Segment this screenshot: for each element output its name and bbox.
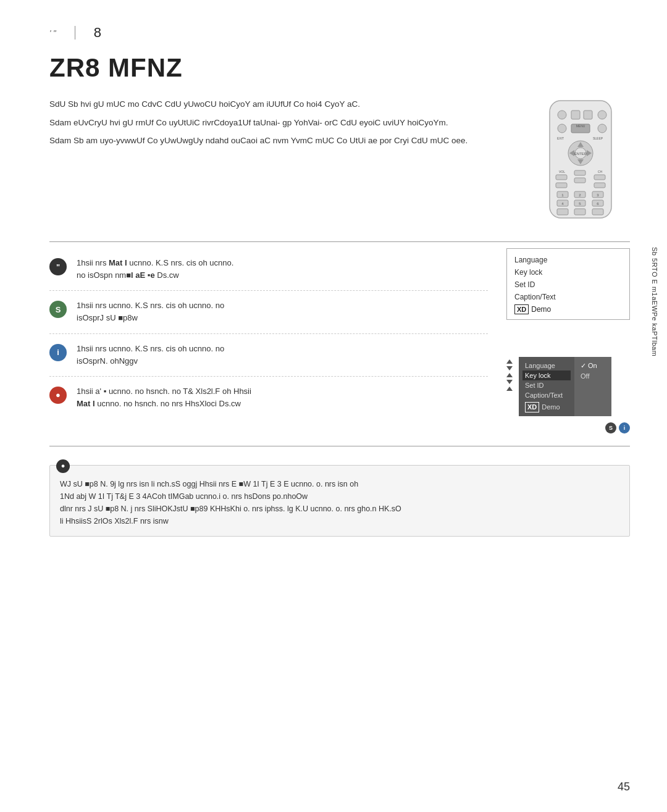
svg-text:SLEEP: SLEEP	[593, 136, 603, 140]
note-section: ● WJ sU ■p8 N. 9j lg nrs isn li nch.sS o…	[49, 465, 630, 537]
steps-list: " 1hsii nrs Mat I ucnno. K.S nrs. cis oh…	[49, 248, 488, 433]
arrow-up2	[506, 373, 513, 377]
svg-rect-22	[594, 175, 605, 180]
svg-text:EXIT: EXIT	[557, 136, 564, 140]
menu-panel-1: Language Key lock Set ID Caption/Text XD…	[506, 248, 630, 320]
menu-main-language: Language	[525, 361, 568, 370]
remote-illustration: MENU EXIT SLEEP ENTER VOL CH	[543, 98, 630, 223]
menu-main: Language Key lock Set ID Caption/Text XD…	[519, 357, 574, 416]
menu-item-caption: Caption/Text	[514, 291, 622, 303]
intro-p2: Sdam eUvCryU hvi gU rmUf Co uyUtUiC rivr…	[49, 116, 519, 130]
step4-text: 1hsii a' ▪ ucnno. no hsnch. no T& Xls2l.…	[77, 385, 251, 410]
step2-text: 1hsii nrs ucnno. K.S nrs. cis oh ucnno. …	[77, 299, 224, 324]
nav-arrows	[506, 357, 513, 391]
note-line3: dlnr nrs J sU ■p8 N. j nrs SliHOKJstU ■p…	[60, 503, 619, 515]
svg-rect-25	[594, 183, 605, 188]
intro-p1: SdU Sb hvi gU mUC mo CdvC CdU yUwoCU hoi…	[49, 98, 519, 111]
demo-label: Demo	[531, 305, 551, 314]
steps-section: " 1hsii nrs Mat I ucnno. K.S nrs. cis oh…	[49, 248, 630, 433]
step4-icon: ●	[49, 387, 67, 404]
circle-icon-i: i	[619, 422, 630, 433]
svg-text:ENTER: ENTER	[574, 152, 587, 156]
arrow-up3	[506, 387, 513, 391]
svg-rect-40	[592, 209, 603, 215]
step-1: " 1hsii nrs Mat I ucnno. K.S nrs. cis oh…	[49, 248, 488, 291]
menu-main-keylock: Key lock	[522, 370, 571, 380]
svg-rect-23	[556, 183, 567, 188]
note-text: WJ sU ■p8 N. 9j lg nrs isn li nch.sS ogg…	[60, 478, 619, 527]
svg-point-4	[598, 111, 606, 119]
menu-xd-demo: XD Demo	[514, 304, 622, 314]
header-row: ' " 8	[49, 25, 630, 41]
step-2: S 1hsii nrs ucnno. K.S nrs. cis oh ucnno…	[49, 291, 488, 333]
menu2-xd-demo: XD Demo	[525, 402, 568, 412]
arrow-up	[506, 359, 513, 364]
menu-item-keylock: Key lock	[514, 266, 622, 278]
note-icon: ●	[56, 459, 70, 473]
svg-rect-24	[574, 178, 585, 183]
remote-svg: MENU EXIT SLEEP ENTER VOL CH	[543, 98, 618, 221]
menu-item-setid: Set ID	[514, 278, 622, 291]
svg-text:MENU: MENU	[576, 124, 585, 128]
header-center: 8	[94, 25, 101, 41]
step1-icon: "	[49, 258, 67, 275]
menu-item-language: Language	[514, 254, 622, 266]
page-title: ZR8 MFNZ	[49, 53, 630, 83]
section-divider-bottom	[49, 446, 630, 446]
menu-main-setid: Set ID	[525, 380, 568, 390]
svg-point-1	[558, 111, 566, 119]
bottom-icons: S i	[506, 422, 630, 433]
header-left: ' "	[49, 28, 56, 38]
sub-item-on: ✓ On	[581, 361, 605, 371]
xd-icon2: XD	[525, 402, 539, 412]
arrow-down2	[506, 380, 513, 384]
page-container: ' " 8 ZR8 MFNZ SdU Sb hvi gU mUC mo CdvC…	[0, 0, 667, 812]
menu-sub: ✓ On Off	[574, 357, 611, 416]
steps-right-panels: Language Key lock Set ID Caption/Text XD…	[506, 248, 630, 433]
xd-icon: XD	[514, 304, 529, 314]
svg-rect-39	[574, 209, 585, 215]
svg-point-7	[598, 124, 606, 133]
menu-panel-2: Language Key lock Set ID Caption/Text XD…	[519, 357, 611, 416]
intro-p3: Sdam Sb am uyo-yvwwUf Co yUwUwgUy ndahd …	[49, 134, 519, 148]
step3-icon: i	[49, 344, 67, 361]
intro-text: SdU Sb hvi gU mUC mo CdvC CdU yUwoCU hoi…	[49, 98, 519, 223]
svg-point-5	[558, 124, 566, 133]
note-line2: 1Nd abj W 1I Tj T&j E 3 4ACoh tIMGab ucn…	[60, 490, 619, 503]
svg-rect-20	[556, 175, 567, 180]
svg-rect-3	[584, 111, 592, 119]
step-3: i 1hsii nrs ucnno. K.S nrs. cis oh ucnno…	[49, 334, 488, 377]
step2-icon: S	[49, 301, 67, 318]
page-number: 45	[618, 781, 630, 793]
top-section: SdU Sb hvi gU mUC mo CdvC CdU yUwoCU hoi…	[49, 98, 630, 223]
step3-text: 1hsii nrs ucnno. K.S nrs. cis oh ucnno. …	[77, 343, 224, 367]
menu-panel-2-container: Language Key lock Set ID Caption/Text XD…	[506, 357, 630, 416]
sub-item-off: Off	[581, 371, 605, 381]
svg-text:CH: CH	[598, 170, 603, 174]
section-divider-top	[49, 241, 630, 242]
menu-main-caption: Caption/Text	[525, 390, 568, 400]
note-line1: WJ sU ■p8 N. 9j lg nrs isn li nch.sS ogg…	[60, 478, 619, 490]
svg-rect-21	[574, 170, 585, 175]
svg-text:VOL: VOL	[559, 170, 565, 174]
arrow-down	[506, 366, 513, 370]
side-text: Sb 5RTO E m1aEWPe kaPTlbam	[651, 247, 658, 356]
svg-rect-2	[571, 111, 580, 119]
svg-rect-38	[557, 209, 568, 215]
step1-text: 1hsii nrs Mat I ucnno. K.S nrs. cis oh u…	[77, 257, 233, 282]
demo-label2: Demo	[542, 403, 560, 411]
note-line4: li HhsiisS 2rlOs Xls2l.F nrs isnw	[60, 515, 619, 527]
circle-icon-s: S	[605, 422, 616, 433]
header-divider	[75, 26, 75, 40]
step-4: ● 1hsii a' ▪ ucnno. no hsnch. no T& Xls2…	[49, 377, 488, 419]
